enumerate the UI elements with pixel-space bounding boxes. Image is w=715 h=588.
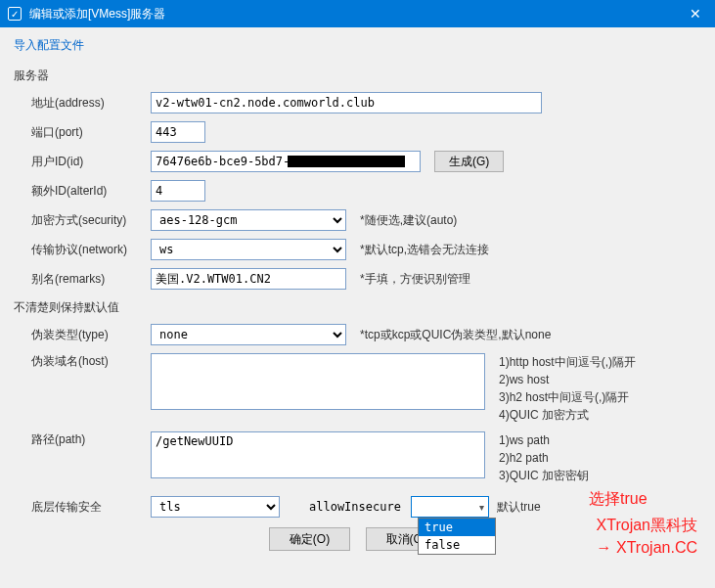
path-textarea[interactable]: /getNewUUID: [151, 431, 485, 478]
generate-button[interactable]: 生成(G): [434, 151, 504, 172]
watermark-line2: → XTrojan.CC: [597, 537, 697, 559]
import-config-link[interactable]: 导入配置文件: [14, 37, 84, 54]
alterid-input[interactable]: [151, 180, 205, 202]
dropdown-option-true[interactable]: true: [419, 519, 495, 536]
allowinsecure-dropdown: true false: [418, 518, 496, 555]
ok-button[interactable]: 确定(O): [269, 527, 350, 551]
window-title: 编辑或添加[VMess]服务器: [29, 6, 676, 23]
label-address: 地址(address): [14, 95, 151, 112]
hint-path-2: 2)h2 path: [499, 449, 589, 467]
security-select[interactable]: aes-128-gcm: [151, 209, 346, 231]
hint-host-3: 3)h2 host中间逗号(,)隔开: [499, 388, 636, 406]
watermark: XTrojan黑科技 → XTrojan.CC: [597, 515, 697, 559]
hint-allowinsecure: 默认true: [497, 499, 541, 516]
group-default-label: 不清楚则保持默认值: [14, 299, 701, 316]
close-button[interactable]: ✕: [676, 0, 715, 27]
remarks-input[interactable]: [151, 268, 346, 290]
hint-path-1: 1)ws path: [499, 431, 589, 449]
label-path: 路径(path): [14, 431, 151, 448]
label-allowinsecure: allowInsecure: [309, 500, 401, 514]
port-input[interactable]: [151, 121, 205, 143]
hint-network: *默认tcp,选错会无法连接: [360, 242, 489, 258]
annotation-select-true: 选择true: [589, 489, 648, 510]
label-security: 加密方式(security): [14, 212, 151, 229]
label-tls: 底层传输安全: [14, 499, 151, 516]
hint-path-3: 3)QUIC 加密密钥: [499, 467, 589, 484]
label-host: 伪装域名(host): [14, 353, 151, 370]
hint-host-1: 1)http host中间逗号(,)隔开: [499, 353, 636, 371]
group-server-label: 服务器: [14, 68, 701, 84]
app-icon: ✓: [8, 7, 22, 21]
redacted-mask: [288, 156, 405, 167]
host-textarea[interactable]: [151, 353, 485, 410]
hint-remarks: *手填，方便识别管理: [360, 271, 470, 288]
hint-host-2: 2)ws host: [499, 371, 636, 388]
label-port: 端口(port): [14, 124, 151, 141]
hint-host-4: 4)QUIC 加密方式: [499, 406, 636, 424]
label-type: 伪装类型(type): [14, 327, 151, 343]
type-select[interactable]: none: [151, 324, 346, 345]
content-area: 导入配置文件 服务器 地址(address) 端口(port) 用户ID(id)…: [0, 27, 715, 563]
dropdown-option-false[interactable]: false: [419, 536, 495, 554]
label-alterid: 额外ID(alterId): [14, 183, 151, 200]
tls-select[interactable]: tls: [151, 496, 280, 518]
hint-security: *随便选,建议(auto): [360, 212, 457, 229]
network-select[interactable]: ws: [151, 239, 346, 260]
label-id: 用户ID(id): [14, 154, 151, 170]
label-network: 传输协议(network): [14, 242, 151, 258]
titlebar: ✓ 编辑或添加[VMess]服务器 ✕: [0, 0, 715, 27]
address-input[interactable]: [151, 92, 542, 113]
hint-type: *tcp或kcp或QUIC伪装类型,默认none: [360, 327, 551, 343]
watermark-line1: XTrojan黑科技: [597, 515, 697, 536]
label-remarks: 别名(remarks): [14, 271, 151, 288]
allowinsecure-select[interactable]: [411, 496, 489, 518]
